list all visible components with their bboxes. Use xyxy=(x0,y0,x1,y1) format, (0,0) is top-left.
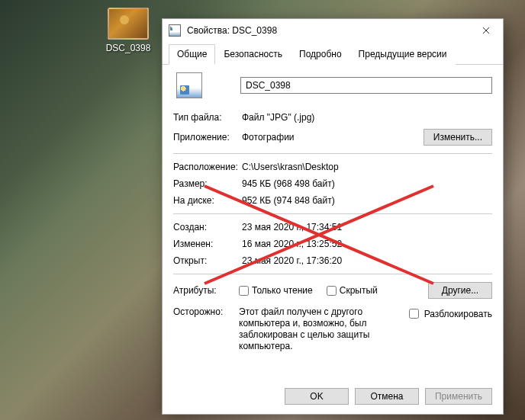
accessed-label: Открыт: xyxy=(173,255,242,266)
tab-security[interactable]: Безопасность xyxy=(215,44,291,65)
hidden-checkbox-input[interactable] xyxy=(327,286,337,296)
tab-content: Тип файла: Файл "JPG" (.jpg) Приложение:… xyxy=(163,65,503,380)
size-label: Размер: xyxy=(173,178,242,189)
separator xyxy=(173,153,492,154)
modified-value: 16 мая 2020 г., 13:25:52 xyxy=(242,239,492,249)
filetype-value: Файл "JPG" (.jpg) xyxy=(242,112,492,123)
tab-details[interactable]: Подробно xyxy=(291,44,350,65)
created-label: Создан: xyxy=(173,222,242,232)
close-icon xyxy=(482,27,490,34)
accessed-value: 23 мая 2020 г., 17:36:20 xyxy=(242,255,492,266)
tab-general[interactable]: Общие xyxy=(169,44,215,65)
app-label: Приложение: xyxy=(173,132,242,143)
size-value: 945 КБ (968 498 байт) xyxy=(242,178,492,189)
caution-text: Этот файл получен с другого компьютера и… xyxy=(239,306,401,352)
titlebar[interactable]: Свойства: DSC_0398 xyxy=(163,19,503,42)
hidden-checkbox[interactable]: Скрытый xyxy=(327,285,378,296)
file-label: DSC_0398 xyxy=(101,43,156,53)
window-title: Свойства: DSC_0398 xyxy=(187,25,469,36)
change-app-button[interactable]: Изменить... xyxy=(424,129,492,146)
tab-bar: Общие Безопасность Подробно Предыдущие в… xyxy=(163,42,503,65)
location-label: Расположение: xyxy=(173,162,242,172)
dialog-footer: OK Отмена Применить xyxy=(163,380,503,414)
caution-label: Осторожно: xyxy=(173,306,234,317)
separator xyxy=(173,274,492,274)
hidden-checkbox-label: Скрытый xyxy=(340,285,378,296)
location-value: C:\Users\krasn\Desktop xyxy=(242,162,492,172)
unblock-checkbox[interactable]: Разблокировать xyxy=(406,306,492,321)
unblock-checkbox-label: Разблокировать xyxy=(424,309,492,319)
created-value: 23 мая 2020 г., 17:34:51 xyxy=(242,222,492,232)
modified-label: Изменен: xyxy=(173,239,242,249)
size-on-disk-value: 952 КБ (974 848 байт) xyxy=(242,195,492,206)
separator xyxy=(173,213,492,214)
filetype-icon xyxy=(176,72,202,98)
readonly-checkbox[interactable]: Только чтение xyxy=(239,285,313,296)
filename-input[interactable] xyxy=(240,77,492,94)
app-value: Фотографии xyxy=(242,132,424,143)
desktop-file-icon[interactable]: DSC_0398 xyxy=(101,8,156,53)
properties-dialog: Свойства: DSC_0398 Общие Безопасность По… xyxy=(162,18,504,415)
window-icon xyxy=(169,24,181,37)
readonly-checkbox-label: Только чтение xyxy=(252,285,313,296)
other-attributes-button[interactable]: Другие... xyxy=(428,282,492,299)
attributes-label: Атрибуты: xyxy=(173,285,234,296)
tab-previous-versions[interactable]: Предыдущие версии xyxy=(350,44,456,65)
size-on-disk-label: На диске: xyxy=(173,195,242,206)
ok-button[interactable]: OK xyxy=(285,388,349,405)
close-button[interactable] xyxy=(469,19,503,42)
apply-button[interactable]: Применить xyxy=(425,388,492,405)
cancel-button[interactable]: Отмена xyxy=(355,388,419,405)
unblock-checkbox-input[interactable] xyxy=(409,309,419,319)
readonly-checkbox-input[interactable] xyxy=(239,286,249,296)
file-thumbnail xyxy=(108,8,149,40)
filetype-label: Тип файла: xyxy=(173,112,242,123)
